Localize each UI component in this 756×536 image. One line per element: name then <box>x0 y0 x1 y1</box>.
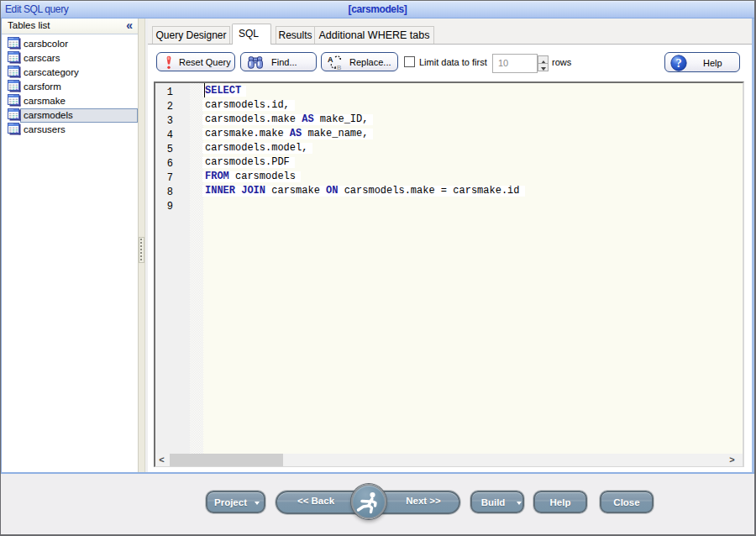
svg-text:?: ? <box>675 56 681 70</box>
svg-text:A: A <box>328 55 333 64</box>
svg-text:B: B <box>337 64 341 71</box>
